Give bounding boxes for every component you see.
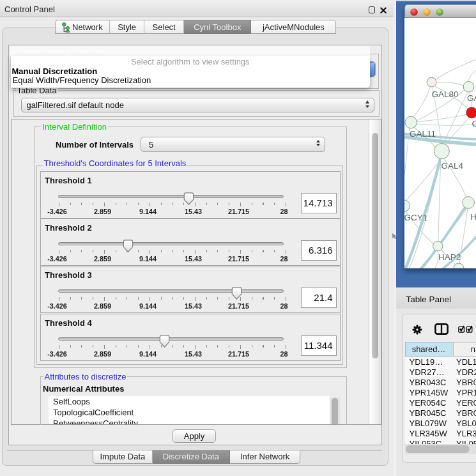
svg-text:GAL4: GAL4	[441, 161, 463, 171]
svg-text:GA: GA	[467, 93, 476, 103]
svg-text:HAP2: HAP2	[438, 252, 461, 262]
svg-text:GAL80: GAL80	[431, 89, 458, 99]
svg-text:GCY1: GCY1	[404, 213, 427, 222]
svg-text:C: C	[472, 119, 476, 128]
svg-text:GAL11: GAL11	[410, 129, 436, 139]
svg-text:H: H	[470, 212, 476, 222]
